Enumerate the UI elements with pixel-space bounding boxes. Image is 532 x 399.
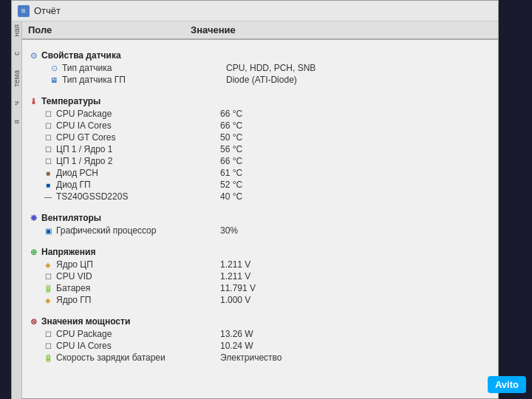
row-ssd[interactable]: — TS240GSSD220S 40 °C bbox=[22, 191, 498, 202]
voltage-icon: ⊕ bbox=[28, 247, 38, 257]
value-gpu-core: 1.000 V bbox=[205, 295, 492, 305]
separator-3 bbox=[22, 236, 498, 239]
label-power-cpu-ia: ☐ CPU IA Cores bbox=[43, 341, 205, 351]
row-gpu-fan[interactable]: ▣ Графический процессор 30% bbox=[22, 225, 498, 236]
cpu-package-icon: ☐ bbox=[43, 109, 53, 119]
row-power-cpu-ia[interactable]: ☐ CPU IA Cores 10.24 W bbox=[22, 340, 498, 352]
row-pch-diode[interactable]: ■ Диод PCH 61 °C bbox=[22, 167, 498, 179]
value-core2: 66 °C bbox=[205, 156, 492, 166]
sensor-icon: ⊙ bbox=[28, 50, 38, 61]
content-area: ная с тема ч я Поле Значение ⊙ Свойства … bbox=[12, 21, 498, 399]
label-gpu-core: ◈ Ядро ГП bbox=[43, 295, 205, 305]
core-voltage-icon: ◈ bbox=[43, 259, 53, 270]
row-cpu-package[interactable]: ☐ CPU Package 66 °C bbox=[22, 108, 498, 120]
gpu-diode-icon: ■ bbox=[43, 180, 53, 190]
value-power-cpu-ia: 10.24 W bbox=[205, 341, 492, 351]
sidebar-label-5: я bbox=[13, 120, 21, 123]
section-title-sensor: ⊙ Свойства датчика bbox=[28, 50, 191, 61]
section-title-voltages: ⊕ Напряжения bbox=[28, 247, 191, 257]
section-title-power: ⊗ Значения мощности bbox=[28, 316, 191, 327]
avito-badge: Avito bbox=[488, 376, 526, 393]
core1-icon: ☐ bbox=[43, 144, 53, 154]
value-power-cpu-package: 13.26 W bbox=[205, 329, 492, 339]
label-cpu-gt-cores: ☐ CPU GT Cores bbox=[43, 132, 205, 143]
separator-1 bbox=[22, 86, 498, 89]
cpu-vid-icon: ☐ bbox=[43, 271, 53, 282]
value-sensor-type: CPU, HDD, PCH, SNB bbox=[211, 63, 492, 73]
row-battery-charge[interactable]: 🔋 Скорость зарядки батареи Электричество bbox=[22, 352, 498, 364]
label-gpu-fan: ▣ Графический процессор bbox=[43, 225, 205, 236]
label-cpu-ia-cores: ☐ CPU IA Cores bbox=[43, 120, 205, 131]
section-label-voltages: Напряжения bbox=[41, 247, 95, 257]
ssd-icon: — bbox=[43, 191, 53, 202]
section-power[interactable]: ⊗ Значения мощности bbox=[22, 313, 498, 328]
section-title-temp: 🌡 Температуры bbox=[28, 96, 191, 106]
row-cpu-vid[interactable]: ☐ CPU VID 1.211 V bbox=[22, 270, 498, 282]
value-cpu-package: 66 °C bbox=[205, 109, 492, 119]
value-battery-charge: Электричество bbox=[205, 352, 492, 363]
sidebar-label-1: ная bbox=[13, 24, 21, 37]
sidebar: ная с тема ч я bbox=[12, 21, 22, 399]
section-voltages[interactable]: ⊕ Напряжения bbox=[22, 244, 498, 259]
row-sensor-type[interactable]: ⊙ Тип датчика CPU, HDD, PCH, SNB bbox=[22, 62, 498, 74]
label-power-cpu-package: ☐ CPU Package bbox=[43, 329, 205, 339]
value-core1: 56 °C bbox=[205, 144, 492, 154]
row-core2[interactable]: ☐ ЦП 1 / Ядро 2 66 °C bbox=[22, 155, 498, 167]
battery-charge-icon: 🔋 bbox=[43, 352, 53, 363]
sidebar-label-3: тема bbox=[13, 70, 21, 86]
value-core-voltage: 1.211 V bbox=[205, 259, 492, 270]
value-gpu-sensor-type: Diode (ATI-Diode) bbox=[211, 75, 492, 85]
label-cpu-package: ☐ CPU Package bbox=[43, 109, 205, 119]
row-battery[interactable]: 🔋 Батарея 11.791 V bbox=[22, 282, 498, 294]
section-title-fans: ❋ Вентиляторы bbox=[28, 213, 191, 223]
gpu-sensor-icon: 🖥 bbox=[49, 75, 59, 85]
power-icon: ⊗ bbox=[28, 316, 38, 327]
power-cpu-ia-icon: ☐ bbox=[43, 341, 53, 351]
row-cpu-ia-cores[interactable]: ☐ CPU IA Cores 66 °C bbox=[22, 120, 498, 132]
label-battery-charge: 🔋 Скорость зарядки батареи bbox=[43, 352, 205, 363]
value-cpu-ia-cores: 66 °C bbox=[205, 120, 492, 131]
row-gpu-core[interactable]: ◈ Ядро ГП 1.000 V bbox=[22, 294, 498, 306]
table-body[interactable]: ⊙ Свойства датчика ⊙ Тип датчика CPU, HD… bbox=[22, 40, 498, 396]
section-temperatures[interactable]: 🌡 Температуры bbox=[22, 93, 498, 108]
label-gpu-diode: ■ Диод ГП bbox=[43, 180, 205, 190]
title-bar: ≡ Отчёт bbox=[12, 1, 498, 21]
label-pch-diode: ■ Диод PCH bbox=[43, 168, 205, 178]
fan-gpu-icon: ▣ bbox=[43, 225, 53, 236]
main-content: Поле Значение ⊙ Свойства датчика ⊙ Тип д… bbox=[22, 21, 498, 399]
value-cpu-vid: 1.211 V bbox=[205, 271, 492, 282]
power-cpu-pkg-icon: ☐ bbox=[43, 329, 53, 339]
label-ssd: — TS240GSSD220S bbox=[43, 191, 205, 202]
row-gpu-sensor-type[interactable]: 🖥 Тип датчика ГП Diode (ATI-Diode) bbox=[22, 74, 498, 86]
section-label-temp: Температуры bbox=[41, 96, 100, 106]
row-gpu-diode[interactable]: ■ Диод ГП 52 °C bbox=[22, 179, 498, 191]
sidebar-label-2: с bbox=[13, 52, 21, 55]
row-cpu-gt-cores[interactable]: ☐ CPU GT Cores 50 °C bbox=[22, 132, 498, 143]
section-sensor-properties[interactable]: ⊙ Свойства датчика bbox=[22, 47, 498, 62]
value-gpu-diode: 52 °C bbox=[205, 180, 492, 190]
gpu-core-icon: ◈ bbox=[43, 295, 53, 305]
value-ssd: 40 °C bbox=[205, 191, 492, 202]
main-window: ≡ Отчёт ная с тема ч я Поле Значение ⊙ С… bbox=[11, 0, 499, 399]
temp-icon: 🌡 bbox=[28, 96, 38, 106]
pch-icon: ■ bbox=[43, 168, 53, 178]
core2-icon: ☐ bbox=[43, 156, 53, 166]
row-core-voltage[interactable]: ◈ Ядро ЦП 1.211 V bbox=[22, 259, 498, 270]
battery-icon: 🔋 bbox=[43, 283, 53, 293]
section-label-sensor: Свойства датчика bbox=[41, 50, 121, 61]
cpu-gt-icon: ☐ bbox=[43, 132, 53, 143]
section-fans[interactable]: ❋ Вентиляторы bbox=[22, 210, 498, 225]
value-pch-diode: 61 °C bbox=[205, 168, 492, 178]
label-core2: ☐ ЦП 1 / Ядро 2 bbox=[43, 156, 205, 166]
value-battery: 11.791 V bbox=[205, 283, 492, 293]
section-label-fans: Вентиляторы bbox=[41, 213, 101, 223]
row-power-cpu-package[interactable]: ☐ CPU Package 13.26 W bbox=[22, 328, 498, 340]
value-gpu-fan: 30% bbox=[205, 225, 492, 236]
separator-2 bbox=[22, 202, 498, 205]
section-label-power: Значения мощности bbox=[41, 316, 130, 327]
table-header: Поле Значение bbox=[22, 21, 498, 40]
sidebar-label-4: ч bbox=[13, 101, 21, 105]
label-cpu-vid: ☐ CPU VID bbox=[43, 271, 205, 282]
row-core1[interactable]: ☐ ЦП 1 / Ядро 1 56 °C bbox=[22, 143, 498, 155]
label-core-voltage: ◈ Ядро ЦП bbox=[43, 259, 205, 270]
